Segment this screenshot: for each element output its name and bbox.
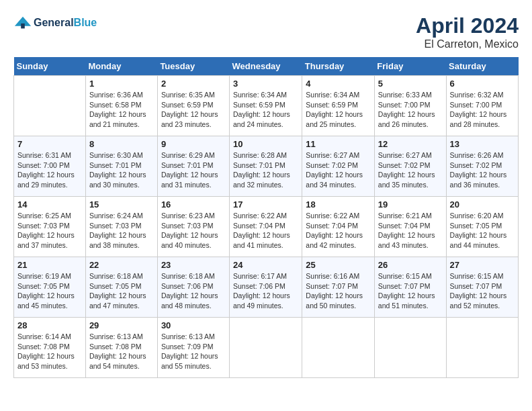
day-number: 24 [233, 260, 298, 270]
day-number: 26 [378, 260, 443, 270]
calendar-cell: 11Sunrise: 6:27 AMSunset: 7:02 PMDayligh… [302, 136, 375, 197]
day-info: Sunrise: 6:26 AMSunset: 7:02 PMDaylight:… [450, 150, 515, 190]
day-number: 9 [161, 139, 226, 149]
day-info: Sunrise: 6:18 AMSunset: 7:06 PMDaylight:… [161, 271, 226, 311]
weekday-header-thursday: Thursday [302, 57, 375, 76]
day-info: Sunrise: 6:29 AMSunset: 7:01 PMDaylight:… [161, 150, 226, 190]
calendar-cell: 2Sunrise: 6:35 AMSunset: 6:59 PMDaylight… [157, 76, 229, 136]
calendar-cell: 4Sunrise: 6:34 AMSunset: 6:59 PMDaylight… [302, 76, 375, 136]
weekday-header-tuesday: Tuesday [157, 57, 229, 76]
calendar-week-row: 7Sunrise: 6:31 AMSunset: 7:00 PMDaylight… [14, 136, 519, 197]
day-number: 11 [306, 139, 371, 149]
day-number: 7 [17, 139, 82, 149]
weekday-header-friday: Friday [374, 57, 446, 76]
weekday-header-monday: Monday [85, 57, 157, 76]
day-info: Sunrise: 6:33 AMSunset: 7:00 PMDaylight:… [378, 90, 443, 130]
day-info: Sunrise: 6:19 AMSunset: 7:05 PMDaylight:… [17, 271, 82, 311]
calendar-cell: 12Sunrise: 6:27 AMSunset: 7:02 PMDayligh… [374, 136, 446, 197]
day-info: Sunrise: 6:25 AMSunset: 7:03 PMDaylight:… [17, 211, 82, 250]
calendar-week-row: 1Sunrise: 6:36 AMSunset: 6:58 PMDaylight… [14, 76, 519, 136]
day-info: Sunrise: 6:31 AMSunset: 7:00 PMDaylight:… [17, 150, 82, 190]
day-info: Sunrise: 6:15 AMSunset: 7:07 PMDaylight:… [450, 271, 515, 311]
day-info: Sunrise: 6:27 AMSunset: 7:02 PMDaylight:… [378, 150, 443, 190]
day-number: 12 [378, 139, 443, 149]
calendar-cell: 16Sunrise: 6:23 AMSunset: 7:03 PMDayligh… [157, 197, 229, 257]
day-number: 19 [378, 199, 443, 210]
day-info: Sunrise: 6:36 AMSunset: 6:58 PMDaylight:… [89, 90, 154, 130]
day-number: 5 [378, 79, 443, 89]
calendar-cell: 18Sunrise: 6:22 AMSunset: 7:04 PMDayligh… [302, 197, 375, 257]
day-info: Sunrise: 6:21 AMSunset: 7:04 PMDaylight:… [378, 211, 443, 250]
day-info: Sunrise: 6:28 AMSunset: 7:01 PMDaylight:… [233, 150, 298, 190]
day-info: Sunrise: 6:32 AMSunset: 7:00 PMDaylight:… [450, 90, 515, 130]
calendar-cell: 10Sunrise: 6:28 AMSunset: 7:01 PMDayligh… [230, 136, 302, 197]
day-number: 20 [450, 199, 515, 210]
day-info: Sunrise: 6:35 AMSunset: 6:59 PMDaylight:… [161, 90, 226, 130]
day-info: Sunrise: 6:13 AMSunset: 7:09 PMDaylight:… [161, 332, 226, 371]
day-number: 4 [306, 79, 371, 89]
day-info: Sunrise: 6:27 AMSunset: 7:02 PMDaylight:… [306, 150, 371, 190]
calendar-cell: 20Sunrise: 6:20 AMSunset: 7:05 PMDayligh… [446, 197, 518, 257]
day-info: Sunrise: 6:20 AMSunset: 7:05 PMDaylight:… [450, 211, 515, 250]
day-number: 15 [89, 199, 154, 210]
day-info: Sunrise: 6:13 AMSunset: 7:08 PMDaylight:… [89, 332, 154, 371]
calendar-cell: 21Sunrise: 6:19 AMSunset: 7:05 PMDayligh… [14, 257, 86, 318]
logo-text-block: GeneralBlue [34, 17, 97, 29]
day-number: 8 [89, 139, 154, 149]
day-info: Sunrise: 6:17 AMSunset: 7:06 PMDaylight:… [233, 271, 298, 311]
day-info: Sunrise: 6:22 AMSunset: 7:04 PMDaylight:… [306, 211, 371, 250]
day-number: 6 [450, 79, 515, 89]
day-info: Sunrise: 6:14 AMSunset: 7:08 PMDaylight:… [17, 332, 82, 371]
calendar-table: SundayMondayTuesdayWednesdayThursdayFrid… [13, 57, 519, 378]
svg-rect-2 [21, 24, 25, 28]
weekday-header-sunday: Sunday [14, 57, 86, 76]
day-number: 28 [17, 320, 82, 330]
title-block: April 2024 El Carreton, Mexico [416, 13, 519, 50]
calendar-cell: 17Sunrise: 6:22 AMSunset: 7:04 PMDayligh… [230, 197, 302, 257]
calendar-cell: 13Sunrise: 6:26 AMSunset: 7:02 PMDayligh… [446, 136, 518, 197]
day-number: 13 [450, 139, 515, 149]
calendar-header-row: SundayMondayTuesdayWednesdayThursdayFrid… [14, 57, 519, 76]
calendar-cell: 5Sunrise: 6:33 AMSunset: 7:00 PMDaylight… [374, 76, 446, 136]
day-number: 17 [233, 199, 298, 210]
calendar-cell: 24Sunrise: 6:17 AMSunset: 7:06 PMDayligh… [230, 257, 302, 318]
weekday-header-wednesday: Wednesday [230, 57, 302, 76]
page-header: GeneralBlue April 2024 El Carreton, Mexi… [13, 13, 519, 50]
calendar-cell: 8Sunrise: 6:30 AMSunset: 7:01 PMDaylight… [85, 136, 157, 197]
day-number: 27 [450, 260, 515, 270]
day-number: 1 [89, 79, 154, 89]
day-number: 22 [89, 260, 154, 270]
calendar-cell: 19Sunrise: 6:21 AMSunset: 7:04 PMDayligh… [374, 197, 446, 257]
day-info: Sunrise: 6:24 AMSunset: 7:03 PMDaylight:… [89, 211, 154, 250]
day-number: 3 [233, 79, 298, 89]
calendar-cell [230, 318, 302, 378]
calendar-cell [446, 318, 518, 378]
logo-blue: Blue [74, 17, 97, 28]
day-number: 30 [161, 320, 226, 330]
calendar-cell [302, 318, 375, 378]
calendar-cell: 30Sunrise: 6:13 AMSunset: 7:09 PMDayligh… [157, 318, 229, 378]
day-number: 10 [233, 139, 298, 149]
day-number: 25 [306, 260, 371, 270]
calendar-cell: 1Sunrise: 6:36 AMSunset: 6:58 PMDaylight… [85, 76, 157, 136]
calendar-cell: 29Sunrise: 6:13 AMSunset: 7:08 PMDayligh… [85, 318, 157, 378]
calendar-cell [374, 318, 446, 378]
day-number: 14 [17, 199, 82, 210]
day-number: 18 [306, 199, 371, 210]
day-number: 21 [17, 260, 82, 270]
day-info: Sunrise: 6:34 AMSunset: 6:59 PMDaylight:… [233, 90, 298, 130]
weekday-header-saturday: Saturday [446, 57, 518, 76]
day-number: 23 [161, 260, 226, 270]
calendar-cell: 27Sunrise: 6:15 AMSunset: 7:07 PMDayligh… [446, 257, 518, 318]
calendar-cell [14, 76, 86, 136]
month-year-title: April 2024 [416, 13, 519, 38]
calendar-cell: 14Sunrise: 6:25 AMSunset: 7:03 PMDayligh… [14, 197, 86, 257]
day-info: Sunrise: 6:16 AMSunset: 7:07 PMDaylight:… [306, 271, 371, 311]
calendar-week-row: 28Sunrise: 6:14 AMSunset: 7:08 PMDayligh… [14, 318, 519, 378]
day-info: Sunrise: 6:34 AMSunset: 6:59 PMDaylight:… [306, 90, 371, 130]
calendar-cell: 28Sunrise: 6:14 AMSunset: 7:08 PMDayligh… [14, 318, 86, 378]
calendar-week-row: 21Sunrise: 6:19 AMSunset: 7:05 PMDayligh… [14, 257, 519, 318]
calendar-cell: 9Sunrise: 6:29 AMSunset: 7:01 PMDaylight… [157, 136, 229, 197]
location-subtitle: El Carreton, Mexico [416, 38, 519, 50]
day-number: 2 [161, 79, 226, 89]
